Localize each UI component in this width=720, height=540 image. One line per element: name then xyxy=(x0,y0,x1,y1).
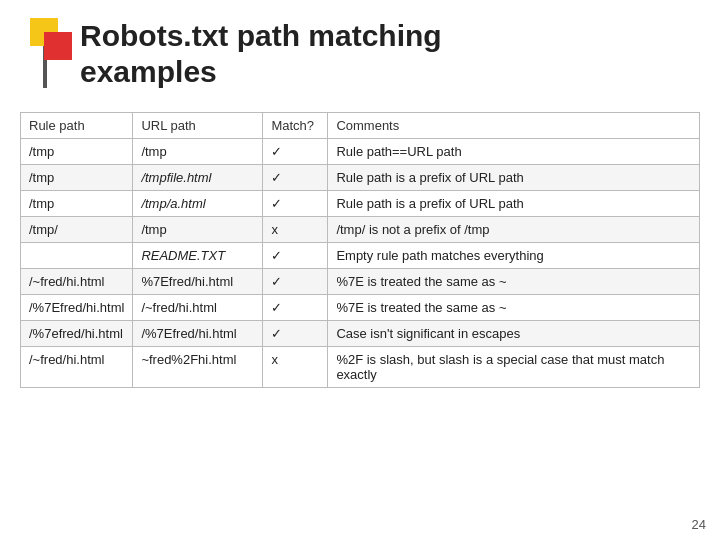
cell-rule-path: /tmp xyxy=(21,165,133,191)
page-number: 24 xyxy=(692,517,706,532)
cell-match: ✓ xyxy=(263,269,328,295)
cell-comments: %7E is treated the same as ~ xyxy=(328,269,700,295)
cell-url-path: /tmpfile.html xyxy=(133,165,263,191)
cell-url-path: /~fred/hi.html xyxy=(133,295,263,321)
table-row: /tmp/tmp✓Rule path==URL path xyxy=(21,139,700,165)
table-row: /%7Efred/hi.html/~fred/hi.html✓%7E is tr… xyxy=(21,295,700,321)
cell-match: ✓ xyxy=(263,165,328,191)
cell-comments: Rule path is a prefix of URL path xyxy=(328,165,700,191)
cell-comments: /tmp/ is not a prefix of /tmp xyxy=(328,217,700,243)
col-header-rule: Rule path xyxy=(21,113,133,139)
table-row: /tmp/tmp/a.html✓Rule path is a prefix of… xyxy=(21,191,700,217)
title-line2: examples xyxy=(80,55,217,88)
table-row: /~fred/hi.html~fred%2Fhi.htmlx%2F is sla… xyxy=(21,347,700,388)
cell-comments: %7E is treated the same as ~ xyxy=(328,295,700,321)
cell-match: ✓ xyxy=(263,243,328,269)
cell-rule-path: /~fred/hi.html xyxy=(21,269,133,295)
cell-comments: Rule path==URL path xyxy=(328,139,700,165)
cell-rule-path: /tmp/ xyxy=(21,217,133,243)
cell-match: ✓ xyxy=(263,321,328,347)
cell-url-path: %7Efred/hi.html xyxy=(133,269,263,295)
cell-rule-path xyxy=(21,243,133,269)
page-title: Robots.txt path matching examples xyxy=(80,18,690,90)
col-header-match: Match? xyxy=(263,113,328,139)
cell-comments: Empty rule path matches everything xyxy=(328,243,700,269)
cell-rule-path: /%7Efred/hi.html xyxy=(21,295,133,321)
cell-rule-path: /~fred/hi.html xyxy=(21,347,133,388)
cell-match: ✓ xyxy=(263,295,328,321)
cell-comments: %2F is slash, but slash is a special cas… xyxy=(328,347,700,388)
cell-match: x xyxy=(263,347,328,388)
cell-url-path: /tmp/a.html xyxy=(133,191,263,217)
cell-url-path: README.TXT xyxy=(133,243,263,269)
cell-comments: Rule path is a prefix of URL path xyxy=(328,191,700,217)
cell-url-path: /%7Efred/hi.html xyxy=(133,321,263,347)
cell-match: x xyxy=(263,217,328,243)
table-row: /%7efred/hi.html/%7Efred/hi.html✓Case is… xyxy=(21,321,700,347)
table-row: /~fred/hi.html%7Efred/hi.html✓%7E is tre… xyxy=(21,269,700,295)
title-line1: Robots.txt path matching xyxy=(80,19,442,52)
col-header-url: URL path xyxy=(133,113,263,139)
cell-url-path: ~fred%2Fhi.html xyxy=(133,347,263,388)
cell-match: ✓ xyxy=(263,139,328,165)
cell-comments: Case isn't significant in escapes xyxy=(328,321,700,347)
table-row: README.TXT✓Empty rule path matches every… xyxy=(21,243,700,269)
robots-table: Rule path URL path Match? Comments /tmp/… xyxy=(20,112,700,388)
cell-url-path: /tmp xyxy=(133,217,263,243)
table-header-row: Rule path URL path Match? Comments xyxy=(21,113,700,139)
cell-url-path: /tmp xyxy=(133,139,263,165)
cell-match: ✓ xyxy=(263,191,328,217)
table-row: /tmp/tmpfile.html✓Rule path is a prefix … xyxy=(21,165,700,191)
table-container: Rule path URL path Match? Comments /tmp/… xyxy=(20,112,700,388)
logo-red-block xyxy=(44,32,72,60)
logo xyxy=(30,18,74,82)
table-row: /tmp//tmpx/tmp/ is not a prefix of /tmp xyxy=(21,217,700,243)
cell-rule-path: /tmp xyxy=(21,191,133,217)
header: Robots.txt path matching examples xyxy=(0,0,720,102)
cell-rule-path: /tmp xyxy=(21,139,133,165)
cell-rule-path: /%7efred/hi.html xyxy=(21,321,133,347)
col-header-comments: Comments xyxy=(328,113,700,139)
